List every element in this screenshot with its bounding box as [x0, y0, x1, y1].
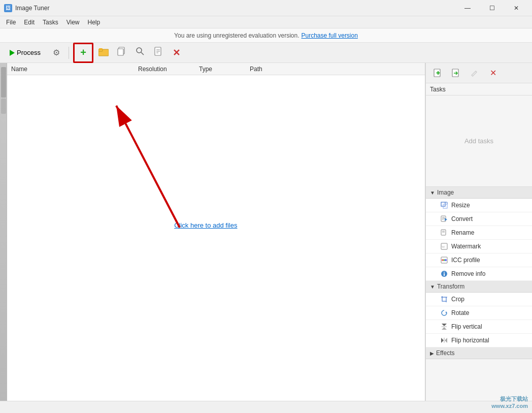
- add-task-button[interactable]: [430, 65, 446, 81]
- menu-help[interactable]: Help: [84, 18, 105, 27]
- menu-edit[interactable]: Edit: [20, 18, 39, 27]
- notification-text: You are using unregistered evaluation ve…: [174, 32, 299, 39]
- add-files-button[interactable]: +: [75, 45, 91, 61]
- category-image-label: Image: [437, 189, 454, 196]
- menu-file[interactable]: File: [2, 18, 20, 27]
- task-resize-label: Resize: [451, 202, 470, 209]
- export-task-button[interactable]: [448, 65, 464, 81]
- col-path-header: Path: [250, 66, 262, 73]
- svg-rect-29: [441, 230, 446, 235]
- flip-horizontal-icon: [440, 336, 448, 344]
- svg-text:W: W: [442, 245, 445, 249]
- resize-icon: [440, 201, 448, 209]
- convert-icon: [440, 215, 448, 223]
- settings-button[interactable]: ⚙: [48, 45, 64, 61]
- task-flip-vertical-label: Flip vertical: [451, 323, 482, 330]
- title-bar: 🖼 Image Tuner — ☐ ✕: [0, 0, 532, 16]
- task-rename-label: Rename: [451, 229, 474, 236]
- svg-rect-5: [118, 49, 123, 55]
- task-rotate[interactable]: Rotate: [426, 306, 532, 320]
- category-image[interactable]: ▼ Image: [426, 187, 532, 199]
- category-transform-label: Transform: [437, 283, 464, 290]
- col-name-header: Name: [11, 66, 138, 73]
- app-title: Image Tuner: [15, 5, 49, 12]
- app-icon: 🖼: [4, 4, 12, 12]
- task-rotate-label: Rotate: [451, 309, 469, 316]
- maximize-button[interactable]: ☐: [480, 0, 504, 16]
- left-strip: [0, 63, 7, 401]
- svg-line-13: [116, 106, 180, 228]
- copy-icon: [117, 47, 126, 58]
- minimize-button[interactable]: —: [456, 0, 479, 16]
- category-effects[interactable]: ▶ Effects: [426, 347, 532, 359]
- close-task-button[interactable]: ✕: [485, 65, 501, 81]
- task-flip-horizontal[interactable]: Flip horizontal: [426, 334, 532, 347]
- task-crop[interactable]: Crop: [426, 293, 532, 306]
- add-tasks-text: Add tasks: [464, 137, 493, 145]
- svg-rect-3: [103, 47, 105, 49]
- process-button[interactable]: Process: [4, 46, 46, 59]
- right-toolbar: ✕: [426, 63, 532, 83]
- right-panel: ✕ Tasks Add tasks ▼ Image: [425, 63, 532, 401]
- task-convert[interactable]: Convert: [426, 212, 532, 226]
- remove-button[interactable]: ✕: [169, 45, 185, 61]
- edit-task-button[interactable]: [467, 65, 483, 81]
- notification-bar: You are using unregistered evaluation ve…: [0, 28, 532, 43]
- svg-line-7: [141, 52, 144, 55]
- task-remove-info-label: Remove info: [451, 270, 485, 277]
- add-tasks-area: Add tasks: [426, 96, 532, 187]
- menu-tasks[interactable]: Tasks: [39, 18, 62, 27]
- task-rename[interactable]: Rename: [426, 226, 532, 240]
- menu-view[interactable]: View: [62, 18, 84, 27]
- task-flip-vertical[interactable]: Flip vertical: [426, 320, 532, 334]
- task-list: ▼ Image Resize: [426, 187, 532, 401]
- main-layout: Name Resolution Type Path Click here to …: [0, 63, 532, 401]
- close-icon: ✕: [490, 68, 496, 78]
- svg-marker-50: [441, 338, 444, 343]
- chevron-down-icon: ▼: [430, 190, 435, 196]
- close-button[interactable]: ✕: [505, 0, 528, 16]
- play-icon: [10, 50, 15, 56]
- add-files-link[interactable]: Click here to add files: [174, 221, 237, 229]
- rename-icon: [440, 229, 448, 237]
- svg-rect-2: [99, 48, 103, 50]
- task-icc-label: ICC profile: [451, 257, 480, 264]
- category-effects-label: Effects: [436, 350, 454, 357]
- add-folder-button[interactable]: [95, 45, 112, 61]
- column-headers: Name Resolution Type Path: [7, 63, 425, 75]
- add-files-icon: +: [80, 47, 86, 58]
- svg-rect-40: [444, 273, 445, 276]
- task-icc[interactable]: ICC profile: [426, 253, 532, 267]
- svg-point-6: [137, 48, 142, 53]
- add-task-icon: [434, 69, 443, 78]
- pencil-icon: [471, 69, 479, 77]
- task-convert-label: Convert: [451, 215, 473, 223]
- remove-icon: ✕: [173, 47, 180, 58]
- svg-rect-41: [442, 297, 446, 301]
- svg-marker-48: [442, 327, 447, 330]
- file-info-icon: [154, 47, 163, 58]
- gear-icon: ⚙: [53, 48, 60, 57]
- crop-icon: [440, 295, 448, 303]
- menu-bar: File Edit Tasks View Help: [0, 16, 532, 28]
- svg-marker-47: [442, 324, 447, 326]
- task-resize[interactable]: Resize: [426, 199, 532, 212]
- task-watermark[interactable]: W Watermark: [426, 240, 532, 253]
- remove-info-icon: [440, 270, 448, 278]
- tasks-column-header: Tasks: [426, 83, 532, 96]
- svg-marker-51: [445, 338, 447, 343]
- svg-line-19: [476, 71, 477, 72]
- task-watermark-label: Watermark: [451, 243, 481, 250]
- toolbar-separator-1: [69, 47, 69, 59]
- category-transform[interactable]: ▼ Transform: [426, 281, 532, 293]
- svg-point-39: [444, 272, 445, 273]
- search-button[interactable]: [132, 45, 148, 61]
- purchase-link[interactable]: Purchase full version: [302, 32, 358, 39]
- task-crop-label: Crop: [451, 296, 464, 303]
- task-remove-info[interactable]: Remove info: [426, 267, 532, 281]
- empty-area: Click here to add files: [7, 75, 425, 401]
- col-type-header: Type: [199, 66, 250, 73]
- status-bar: [0, 401, 532, 413]
- file-info-button[interactable]: [150, 45, 167, 61]
- copy-button[interactable]: [114, 45, 130, 61]
